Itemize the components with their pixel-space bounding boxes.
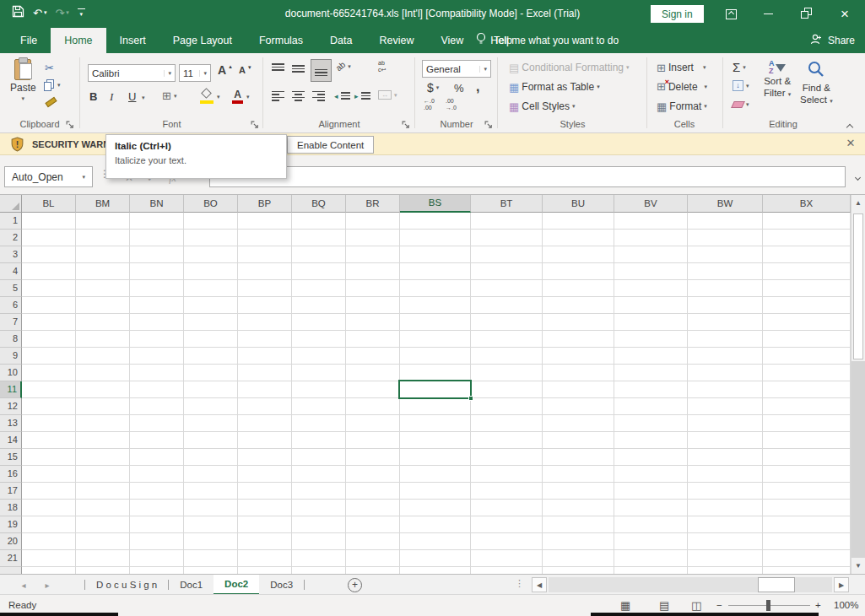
row-header-18[interactable]: 18 xyxy=(0,500,22,516)
cell-BP13[interactable] xyxy=(238,415,292,432)
hscroll-thumb[interactable] xyxy=(758,577,795,592)
cell-BW13[interactable] xyxy=(688,415,763,432)
cell-partial[interactable] xyxy=(471,567,543,574)
row-header-4[interactable]: 4 xyxy=(0,263,22,280)
cell-BV7[interactable] xyxy=(614,314,688,331)
cell-BQ19[interactable] xyxy=(292,516,346,533)
cell-BU12[interactable] xyxy=(543,398,614,415)
cell-BV18[interactable] xyxy=(614,500,688,516)
cell-BP14[interactable] xyxy=(238,432,292,449)
cell-BT21[interactable] xyxy=(471,550,543,567)
cell-BO11[interactable] xyxy=(184,381,238,398)
cell-BT8[interactable] xyxy=(471,331,543,348)
zoom-in-icon[interactable]: + xyxy=(815,600,821,610)
cell-BN20[interactable] xyxy=(130,533,184,550)
cell-BN14[interactable] xyxy=(130,432,184,449)
cell-BV21[interactable] xyxy=(614,550,688,567)
cell-BW2[interactable] xyxy=(688,230,763,246)
tab-file[interactable]: File xyxy=(7,28,51,53)
cell-BV9[interactable] xyxy=(614,348,688,365)
cell-BS13[interactable] xyxy=(400,415,471,432)
cell-BX8[interactable] xyxy=(763,331,851,348)
cell-BL12[interactable] xyxy=(22,398,76,415)
cell-BR18[interactable] xyxy=(346,500,400,516)
cell-BM3[interactable] xyxy=(76,246,130,263)
autosum-button[interactable]: Σ▾ xyxy=(733,60,746,74)
cell-BL21[interactable] xyxy=(22,550,76,567)
cell-BO5[interactable] xyxy=(184,280,238,297)
cell-BT17[interactable] xyxy=(471,483,543,500)
cell-BO4[interactable] xyxy=(184,263,238,280)
cell-BL9[interactable] xyxy=(22,348,76,365)
conditional-formatting-button[interactable]: ▤Conditional Formatting▾ xyxy=(509,62,630,73)
cell-BL6[interactable] xyxy=(22,297,76,314)
cell-BN1[interactable] xyxy=(130,213,184,230)
cell-BQ10[interactable] xyxy=(292,365,346,381)
cell-BP11[interactable] xyxy=(238,381,292,398)
cell-BT12[interactable] xyxy=(471,398,543,415)
row-header-9[interactable]: 9 xyxy=(0,348,22,365)
cell-BS14[interactable] xyxy=(400,432,471,449)
cell-BX7[interactable] xyxy=(763,314,851,331)
cell-BR17[interactable] xyxy=(346,483,400,500)
row-header-20[interactable]: 20 xyxy=(0,533,22,550)
cell-BX16[interactable] xyxy=(763,466,851,483)
cell-BM6[interactable] xyxy=(76,297,130,314)
cell-BW11[interactable] xyxy=(688,381,763,398)
cell-BQ12[interactable] xyxy=(292,398,346,415)
cell-BX4[interactable] xyxy=(763,263,851,280)
cell-BV2[interactable] xyxy=(614,230,688,246)
cell-partial[interactable] xyxy=(292,567,346,574)
font-name-select[interactable]: Calibri▾ xyxy=(88,64,176,82)
cell-BT9[interactable] xyxy=(471,348,543,365)
cell-BQ20[interactable] xyxy=(292,533,346,550)
cell-BR15[interactable] xyxy=(346,449,400,466)
cell-BU11[interactable] xyxy=(543,381,614,398)
cell-BU5[interactable] xyxy=(543,280,614,297)
cell-BV15[interactable] xyxy=(614,449,688,466)
cell-BV14[interactable] xyxy=(614,432,688,449)
cell-BP12[interactable] xyxy=(238,398,292,415)
view-page-layout-icon[interactable]: ▤ xyxy=(659,599,669,612)
zoom-slider-thumb[interactable] xyxy=(766,600,770,611)
cell-partial[interactable] xyxy=(22,567,76,574)
cell-BR16[interactable] xyxy=(346,466,400,483)
column-header-BV[interactable]: BV xyxy=(614,195,688,213)
cell-BP16[interactable] xyxy=(238,466,292,483)
tab-scroll-splitter[interactable]: ⋮ xyxy=(515,578,524,589)
cell-BX3[interactable] xyxy=(763,246,851,263)
column-header-BQ[interactable]: BQ xyxy=(292,195,346,213)
cell-BS1[interactable] xyxy=(400,213,471,230)
percent-button[interactable]: % xyxy=(454,82,464,95)
align-bottom-button[interactable] xyxy=(311,59,332,82)
fill-caret-icon[interactable]: ▾ xyxy=(746,83,749,89)
increase-decimal-button[interactable]: ←.0.00 xyxy=(424,98,435,111)
scroll-up-icon[interactable]: ▲ xyxy=(851,195,865,212)
cell-BW3[interactable] xyxy=(688,246,763,263)
cell-BM18[interactable] xyxy=(76,500,130,516)
cell-BU4[interactable] xyxy=(543,263,614,280)
increase-indent-button[interactable]: ▸ xyxy=(354,90,370,101)
increase-font-button[interactable]: A▴ xyxy=(218,63,232,77)
cell-BN8[interactable] xyxy=(130,331,184,348)
cell-BS19[interactable] xyxy=(400,516,471,533)
cell-BW20[interactable] xyxy=(688,533,763,550)
cell-BX15[interactable] xyxy=(763,449,851,466)
cell-BQ21[interactable] xyxy=(292,550,346,567)
cell-BX21[interactable] xyxy=(763,550,851,567)
cell-BP15[interactable] xyxy=(238,449,292,466)
cell-BM2[interactable] xyxy=(76,230,130,246)
align-center-button[interactable] xyxy=(292,90,305,101)
cell-BW14[interactable] xyxy=(688,432,763,449)
cell-BX1[interactable] xyxy=(763,213,851,230)
cell-BN3[interactable] xyxy=(130,246,184,263)
cell-BQ2[interactable] xyxy=(292,230,346,246)
cell-BW9[interactable] xyxy=(688,348,763,365)
cell-BX19[interactable] xyxy=(763,516,851,533)
cell-BW5[interactable] xyxy=(688,280,763,297)
formula-input[interactable] xyxy=(209,166,846,187)
row-header-6[interactable]: 6 xyxy=(0,297,22,314)
column-header-BT[interactable]: BT xyxy=(471,195,543,213)
column-header-BX[interactable]: BX xyxy=(763,195,851,213)
cell-BP6[interactable] xyxy=(238,297,292,314)
